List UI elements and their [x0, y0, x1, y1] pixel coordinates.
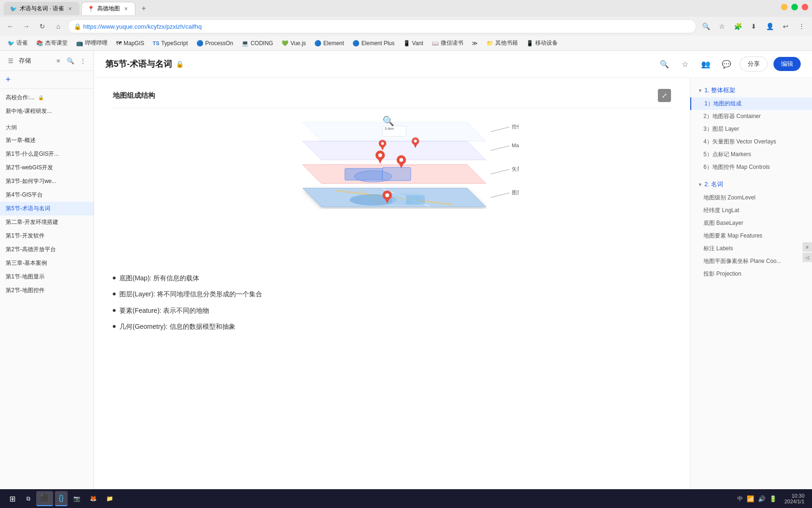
team-action-button[interactable]: 👥: [698, 56, 713, 71]
address-bar[interactable]: 🔒 https://www.yuque.com/kcyfzx/pzxizh/ca…: [68, 19, 696, 33]
taskbar-start-button[interactable]: ⊞: [4, 491, 21, 506]
toc-item-vector-overlays[interactable]: 4）矢量图形 Vector Overlays: [690, 135, 812, 148]
sidebar-item-dev-env[interactable]: 第二章-开发环境搭建: [0, 215, 94, 229]
sidebar-item-what-is-gis[interactable]: 第1节-什么是GIS开...: [0, 147, 94, 161]
tab-yuque-close[interactable]: ✕: [67, 6, 73, 12]
taskbar-battery-icon[interactable]: 🔋: [769, 495, 777, 502]
sidebar-item-overview[interactable]: 第一章-概述: [0, 134, 94, 147]
svg-text:Marker: Marker: [512, 143, 519, 148]
controls-layer: 5.4km 控件: [303, 122, 519, 141]
toc-item-markers[interactable]: 5）点标记 Markers: [690, 148, 812, 161]
bookmark-other-books[interactable]: 📁 其他书籍: [483, 38, 522, 49]
minimize-button[interactable]: [781, 4, 788, 10]
toc-item-map-container[interactable]: 2）地图容器 Container: [690, 110, 812, 123]
back-button[interactable]: ←: [4, 20, 17, 33]
toc-item-layer[interactable]: 3）图层 Layer: [690, 123, 812, 135]
taskbar-ime-icon[interactable]: 中: [737, 495, 743, 503]
taskbar-firefox[interactable]: 🦊: [86, 491, 101, 506]
bookmark-jiegeketan[interactable]: 📚 杰哥课堂: [32, 38, 71, 49]
browser-search-icon[interactable]: 🔍: [699, 20, 712, 33]
browser-extension-icon[interactable]: 🧩: [731, 20, 744, 33]
browser-download-icon[interactable]: ⬇: [747, 20, 760, 33]
favorite-action-button[interactable]: ☆: [678, 56, 693, 71]
bookmark-typescript[interactable]: TS TypeScript: [149, 38, 192, 49]
bookmark-bilibili[interactable]: 📺 哔哩哔哩: [72, 38, 111, 49]
sidebar-more-icon[interactable]: ⋮: [78, 56, 88, 66]
sidebar-expand-icon[interactable]: ☰: [6, 56, 16, 66]
browser-history-back[interactable]: ↩: [779, 20, 792, 33]
sidebar-item-gaode-platform[interactable]: 第2节-高德开放平台: [0, 243, 94, 256]
sidebar-search-icon[interactable]: 🔍: [65, 56, 76, 66]
search-action-button[interactable]: 🔍: [657, 56, 672, 71]
tab-yuque[interactable]: 🐦 术语与名词 · 语雀 ✕: [4, 2, 79, 15]
share-button[interactable]: 分享: [740, 56, 768, 71]
tab-gaode[interactable]: 📍 高德地图 ✕: [81, 2, 135, 15]
sidebar-item-map-display[interactable]: 第1节-地图显示: [0, 270, 94, 284]
taskbar-vscode[interactable]: {}: [55, 491, 68, 506]
fullscreen-button[interactable]: ⤢: [658, 89, 671, 102]
bookmark-more[interactable]: ≫: [468, 38, 482, 49]
sidebar-item-terms[interactable]: 第5节-术语与名词: [0, 202, 94, 215]
bookmark-element-plus[interactable]: 🔵 Element Plus: [349, 38, 398, 49]
bookmark-vuejs[interactable]: 💚 Vue.js: [278, 38, 310, 49]
bookmark-vant[interactable]: 📱 Vant: [399, 38, 427, 49]
sidebar-title: 存储: [19, 56, 50, 65]
taskbar-clock[interactable]: 10:30 2024/1/1: [781, 493, 808, 504]
toc-section-2-header[interactable]: ▼ 2. 名词: [690, 177, 812, 191]
toc-item-zoomlevel[interactable]: 地图级别 ZoomLevel: [690, 191, 812, 204]
toc-item-map-features[interactable]: 地图要素 Map Features: [690, 230, 812, 242]
close-button[interactable]: [802, 4, 808, 10]
bookmark-mapgis[interactable]: 🗺 MapGIS: [112, 38, 148, 49]
bookmark-mobile[interactable]: 📱 移动设备: [523, 38, 562, 49]
taskbar-network-icon[interactable]: 📶: [747, 495, 754, 502]
sidebar-list-icon[interactable]: ≡: [53, 56, 63, 66]
tab-gaode-close[interactable]: ✕: [123, 6, 129, 12]
taskbar-task-view[interactable]: ⧉: [23, 491, 34, 506]
toc-item-map-composition[interactable]: 1）地图的组成: [690, 97, 812, 110]
sidebar-item-gaoxiao[interactable]: 高校合作:... 🔒: [0, 91, 94, 104]
sidebar-item-xinzhongdi[interactable]: 新中地-课程研发...: [0, 104, 94, 118]
bookmark-coding[interactable]: 💻 CODING: [238, 38, 277, 49]
sidebar-item-dev-software[interactable]: 第1节-开发软件: [0, 229, 94, 243]
bookmark-element[interactable]: 🔵 Element: [311, 38, 348, 49]
edit-button[interactable]: 编辑: [773, 57, 801, 71]
browser-bookmark-icon[interactable]: ☆: [715, 20, 728, 33]
taskbar-terminal[interactable]: ⬛: [36, 491, 53, 506]
taskbar-camera[interactable]: 📷: [70, 491, 84, 506]
sidebar-item-gis-platform[interactable]: 第4节-GIS平台: [0, 188, 94, 202]
bookmark-weixin-read[interactable]: 📖 微信读书: [428, 38, 467, 49]
taskbar-sound-icon[interactable]: 🔊: [758, 495, 765, 502]
toc-item-map-controls[interactable]: 6）地图控件 Map Controls: [690, 161, 812, 174]
home-button[interactable]: ⌂: [52, 20, 65, 33]
forward-button[interactable]: →: [20, 20, 33, 33]
header-actions: 🔍 ☆ 👥 💬 分享 编辑: [657, 56, 801, 71]
toc-item-baselayer[interactable]: 底图 BaseLayer: [690, 217, 812, 230]
maximize-button[interactable]: [791, 4, 798, 10]
browser-settings-icon[interactable]: ⋮: [795, 20, 808, 33]
comments-action-button[interactable]: 💬: [719, 56, 734, 71]
sidebar-item-map-controls[interactable]: 第2节-地图控件: [0, 284, 94, 297]
toc-section-1-header[interactable]: ▼ 1. 整体框架: [690, 83, 812, 97]
bookmark-yuque[interactable]: 🐦 语雀: [4, 38, 31, 49]
float-btn-2[interactable]: ◁: [803, 253, 812, 262]
toc-item-lnglat[interactable]: 经纬度 LngLat: [690, 204, 812, 217]
sidebar-item-basic-cases[interactable]: 第三章-基本案例: [0, 256, 94, 270]
sidebar-new-btn[interactable]: +: [0, 71, 94, 89]
bookmark-weixin-read-label: 微信读书: [441, 39, 463, 47]
taskbar-files[interactable]: 📁: [102, 491, 117, 506]
bookmark-processon[interactable]: 🔵 ProcessOn: [193, 38, 237, 49]
float-btn-1[interactable]: ≡: [803, 242, 812, 252]
sidebar-item-how-learn[interactable]: 第3节-如何学习we...: [0, 175, 94, 188]
toc-item-plane-coordinates[interactable]: 地图平面像素坐标 Plane Coo...: [690, 255, 812, 268]
new-tab-button[interactable]: +: [137, 2, 150, 15]
browser-profile-icon[interactable]: 👤: [763, 20, 776, 33]
toc-collapse-handle[interactable]: ▲: [690, 274, 690, 293]
sidebar-item-webgis-dev[interactable]: 第2节-webGIS开发: [0, 161, 94, 175]
toc-item-projection[interactable]: 投影 Projection: [690, 268, 812, 280]
refresh-button[interactable]: ↻: [36, 20, 49, 33]
zoom-magnifier-icon[interactable]: 🔍: [383, 115, 394, 127]
toc-item-labels[interactable]: 标注 Labels: [690, 242, 812, 255]
svg-text:矢量图形: 矢量图形: [512, 166, 519, 172]
sidebar-how-learn-label: 第3节-如何学习we...: [6, 178, 56, 184]
toc-panel: ▲ ▼ 1. 整体框架 1）地图的组成 2）地图容器 Container 3）图…: [690, 78, 812, 489]
